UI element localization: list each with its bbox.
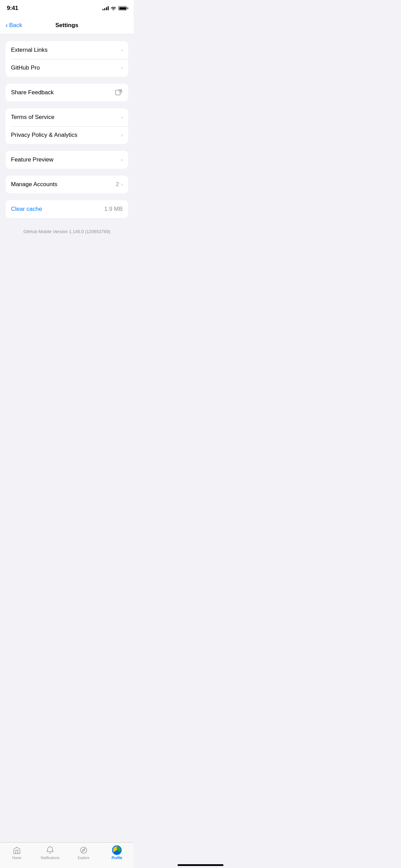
manage-accounts-row[interactable]: Manage Accounts 2 ›	[5, 176, 128, 193]
settings-group-feedback: Share Feedback	[5, 84, 128, 101]
external-links-label: External Links	[11, 47, 48, 53]
clear-cache-right: 1.9 MB	[104, 206, 123, 213]
terms-of-service-row[interactable]: Terms of Service ›	[5, 108, 128, 126]
settings-group-preview: Feature Preview ›	[5, 151, 128, 169]
status-time: 9:41	[7, 5, 18, 12]
section-feedback: Share Feedback	[0, 84, 134, 101]
manage-accounts-value: 2	[116, 181, 119, 188]
terms-right: ›	[121, 114, 123, 120]
status-icons	[102, 6, 127, 10]
github-pro-label: GitHub Pro	[11, 64, 40, 71]
terms-of-service-label: Terms of Service	[11, 114, 54, 121]
nav-bar: ‹ Back Settings	[0, 16, 134, 34]
privacy-policy-label: Privacy Policy & Analytics	[11, 132, 77, 138]
back-label: Back	[9, 22, 22, 29]
clear-cache-row[interactable]: Clear cache 1.9 MB	[5, 200, 128, 218]
github-pro-row[interactable]: GitHub Pro ›	[5, 59, 128, 77]
feature-preview-row[interactable]: Feature Preview ›	[5, 151, 128, 169]
wifi-icon	[111, 6, 116, 10]
signal-bars-icon	[102, 6, 109, 10]
section-legal: Terms of Service › Privacy Policy & Anal…	[0, 108, 134, 144]
settings-group-accounts: Manage Accounts 2 ›	[5, 176, 128, 193]
settings-group-legal: Terms of Service › Privacy Policy & Anal…	[5, 108, 128, 144]
github-pro-right: ›	[121, 65, 123, 71]
feature-preview-label: Feature Preview	[11, 156, 53, 163]
settings-content: External Links › GitHub Pro › Share Feed…	[0, 34, 134, 280]
manage-accounts-label: Manage Accounts	[11, 181, 57, 188]
section-links: External Links › GitHub Pro ›	[0, 41, 134, 77]
share-feedback-row[interactable]: Share Feedback	[5, 84, 128, 101]
svg-rect-0	[116, 90, 120, 95]
back-chevron-icon: ‹	[5, 22, 8, 28]
section-accounts: Manage Accounts 2 ›	[0, 176, 134, 193]
section-cache: Clear cache 1.9 MB	[0, 200, 134, 218]
clear-cache-label[interactable]: Clear cache	[11, 206, 42, 213]
battery-icon	[118, 6, 127, 10]
external-links-right: ›	[121, 47, 123, 53]
chevron-right-icon: ›	[121, 47, 123, 53]
status-bar: 9:41	[0, 0, 134, 16]
settings-group-links: External Links › GitHub Pro ›	[5, 41, 128, 77]
share-feedback-label: Share Feedback	[11, 89, 54, 96]
external-link-icon	[115, 89, 123, 96]
chevron-right-icon: ›	[121, 65, 123, 71]
settings-group-cache: Clear cache 1.9 MB	[5, 200, 128, 218]
chevron-right-icon: ›	[121, 182, 123, 187]
chevron-right-icon: ›	[121, 157, 123, 162]
privacy-policy-row[interactable]: Privacy Policy & Analytics ›	[5, 126, 128, 144]
chevron-right-icon: ›	[121, 114, 123, 120]
chevron-right-icon: ›	[121, 132, 123, 138]
version-text: GitHub Mobile Version 1.145.0 (120653769…	[0, 225, 134, 242]
feature-preview-right: ›	[121, 157, 123, 162]
privacy-right: ›	[121, 132, 123, 138]
share-feedback-right	[115, 89, 123, 96]
manage-accounts-right: 2 ›	[116, 181, 123, 188]
back-button[interactable]: ‹ Back	[5, 22, 22, 29]
page-title: Settings	[55, 22, 78, 29]
clear-cache-size: 1.9 MB	[104, 206, 123, 213]
section-preview: Feature Preview ›	[0, 151, 134, 169]
external-links-row[interactable]: External Links ›	[5, 41, 128, 59]
